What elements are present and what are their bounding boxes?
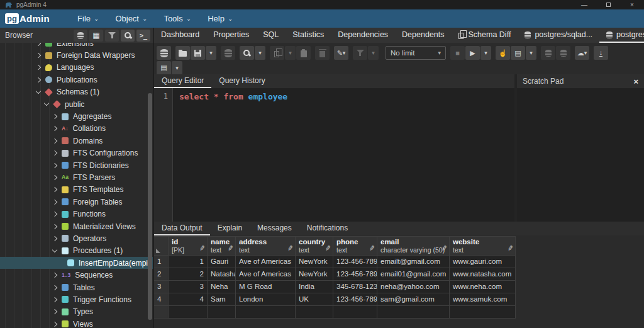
edit-column-icon[interactable]: ✎ (227, 244, 234, 252)
chevron-right-icon[interactable] (52, 162, 57, 167)
cell-id[interactable]: 3 (169, 281, 208, 293)
table-row[interactable]: 2 2 Natasha Ave of Americas NewYork 123-… (154, 268, 644, 281)
explain-menu-button[interactable]: ▾ (526, 46, 536, 60)
column-header-phone[interactable]: phonetext✎ (333, 236, 377, 256)
tab-notifications[interactable]: Notifications (299, 222, 355, 235)
chevron-right-icon[interactable] (36, 43, 41, 46)
edit-column-icon[interactable]: ✎ (325, 244, 331, 252)
filter-button[interactable] (353, 46, 367, 60)
macro-menu-button[interactable]: ▾ (172, 61, 182, 75)
cell-id[interactable]: 4 (169, 293, 208, 306)
table-row[interactable]: 4 4 Sam London UK 123-456-7890 sam@gmail… (154, 293, 644, 306)
chevron-right-icon[interactable] (36, 77, 41, 82)
column-header-website[interactable]: websitetext✎ (450, 236, 516, 256)
cell-name[interactable]: Neha (208, 281, 236, 293)
tree-item-fts-parsers[interactable]: AaFTS Parsers (0, 171, 153, 183)
cell-country[interactable]: NewYork (296, 268, 333, 281)
minimize-button[interactable]: — (572, 0, 596, 9)
cell-country[interactable]: UK (296, 293, 333, 306)
chevron-right-icon[interactable] (52, 200, 57, 205)
cell-id[interactable]: 2 (169, 268, 208, 281)
chevron-right-icon[interactable] (52, 273, 57, 278)
tab-properties[interactable]: Properties (206, 28, 256, 43)
tree-item-schemas[interactable]: Schemas (1) (0, 86, 153, 98)
open-file-button[interactable] (175, 46, 190, 60)
tree-item-procedures[interactable]: Procedures (1) (0, 245, 153, 257)
paste-button[interactable] (296, 46, 311, 60)
tree-item-views[interactable]: Views (0, 318, 153, 328)
cell-address[interactable]: London (236, 293, 296, 306)
chevron-right-icon[interactable] (52, 309, 57, 314)
tree-item-foreign-tables[interactable]: Foreign Tables (0, 196, 153, 208)
tab-explain[interactable]: Explain (210, 222, 250, 235)
chevron-right-icon[interactable] (52, 126, 57, 131)
tab-messages[interactable]: Messages (250, 222, 299, 235)
find-button[interactable] (240, 46, 254, 60)
sql-code[interactable]: select * from employee (173, 88, 287, 222)
cell-email[interactable]: neha@yahoo.com (377, 281, 450, 293)
scratch-pad-input[interactable] (517, 88, 644, 222)
connect-server-button[interactable] (74, 30, 87, 42)
row-number[interactable]: 2 (154, 268, 169, 281)
copy-button[interactable] (270, 46, 284, 60)
explain-analyze-button[interactable]: ▤ (511, 46, 525, 60)
chevron-right-icon[interactable] (52, 212, 57, 217)
menu-object[interactable]: Object ⌄ (115, 14, 147, 23)
tree-item-insertempdata[interactable]: InsertEmpData(empid (0, 257, 153, 269)
cell-email[interactable]: email01@gmail.com (377, 268, 450, 281)
chevron-right-icon[interactable] (36, 53, 41, 58)
edit-connection-button[interactable] (221, 46, 235, 60)
chevron-right-icon[interactable] (52, 297, 57, 302)
chevron-right-icon[interactable] (52, 321, 57, 326)
sql-editor[interactable]: 1 select * from employee (154, 88, 514, 222)
query-tool-button[interactable]: >_ (136, 30, 150, 42)
cell-name[interactable]: Gauri (208, 256, 236, 268)
tree-item-materialized-views[interactable]: Materialized Views (0, 220, 153, 232)
maximize-button[interactable] (596, 0, 620, 9)
tree-item-fts-dictionaries[interactable]: FTS Dictionaries (0, 159, 153, 171)
menu-file[interactable]: File ⌄ (77, 14, 99, 23)
cell-country[interactable]: NewYork (296, 256, 333, 268)
tree-item-domains[interactable]: Domains (0, 135, 153, 147)
save-data-button[interactable]: ☁▾ (575, 46, 589, 60)
edit-column-icon[interactable]: ✎ (441, 244, 448, 252)
row-limit-select[interactable]: No limit ▾ (386, 46, 446, 60)
edit-column-icon[interactable]: ✎ (287, 244, 294, 252)
chevron-right-icon[interactable] (52, 114, 57, 119)
column-header-name[interactable]: nametext✎ (208, 236, 236, 256)
row-number[interactable]: 3 (154, 281, 169, 293)
save-menu-button[interactable]: ▾ (206, 46, 216, 60)
edit-button[interactable]: ✎▾ (334, 46, 348, 60)
cell-website[interactable]: www.natasha.com (450, 268, 516, 281)
chevron-down-icon[interactable] (36, 89, 41, 94)
cell-address[interactable]: Ave of Americas (236, 268, 296, 281)
search-objects-button[interactable] (121, 30, 135, 42)
chevron-down-icon[interactable] (44, 101, 49, 106)
tree-item-fts-templates[interactable]: FTS Templates (0, 184, 153, 196)
tree-item-sequences[interactable]: 1..3Sequences (0, 269, 153, 281)
cell-id[interactable]: 1 (169, 256, 208, 268)
chevron-down-icon[interactable] (52, 247, 57, 252)
rollback-button[interactable] (556, 46, 570, 60)
tab-querytool-2[interactable]: postgres/sqladm (599, 28, 644, 43)
download-results-button[interactable]: ↓ (594, 46, 608, 60)
column-header-address[interactable]: addresstext✎ (236, 236, 296, 256)
chevron-right-icon[interactable] (52, 175, 57, 180)
stop-button[interactable]: ■ (450, 46, 465, 60)
edit-column-icon[interactable]: ✎ (199, 244, 206, 252)
edit-column-icon[interactable]: ✎ (507, 244, 514, 252)
cell-email[interactable]: emailt@gmail.com (377, 256, 450, 268)
menu-tools[interactable]: Tools ⌄ (164, 14, 191, 23)
tree-scrollbar[interactable] (148, 93, 152, 320)
column-header-email[interactable]: emailcharacter varying (50)✎ (377, 236, 450, 256)
save-file-button[interactable] (191, 46, 205, 60)
table-row-empty[interactable] (154, 306, 644, 319)
chevron-right-icon[interactable] (52, 150, 57, 156)
edit-column-icon[interactable]: ✎ (369, 244, 375, 252)
tab-querytool-1[interactable]: postgres/sqlad... (518, 28, 599, 43)
column-header-country[interactable]: countrytext✎ (296, 236, 333, 256)
row-number[interactable]: 1 (154, 256, 169, 268)
tree-item-operators[interactable]: Operators (0, 232, 153, 244)
tree-item-collations[interactable]: A↓Collations (0, 123, 153, 135)
cell-name[interactable]: Natasha (208, 268, 236, 281)
